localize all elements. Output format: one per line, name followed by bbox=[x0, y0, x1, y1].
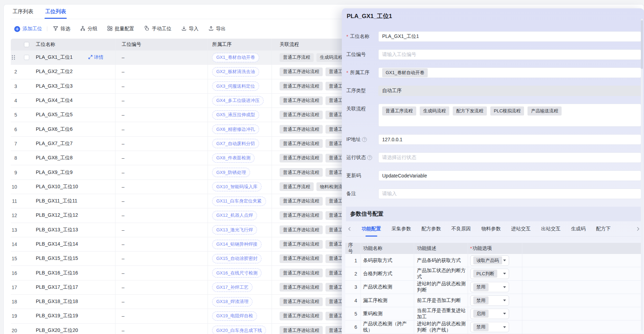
col-header-process: 所属工序 bbox=[208, 39, 272, 50]
station-code: – bbox=[122, 141, 124, 146]
process-tag[interactable]: GX7_自动废料分切 bbox=[212, 139, 259, 148]
func-option-select[interactable]: 禁用 bbox=[470, 322, 509, 332]
group-button[interactable]: 分组 bbox=[80, 26, 97, 32]
required-star: * bbox=[346, 34, 348, 39]
drawer-tab-4[interactable]: 物料参数 bbox=[481, 221, 501, 236]
field-input[interactable]: PLA_GX1_工位1 bbox=[378, 31, 641, 42]
export-icon bbox=[208, 26, 214, 32]
process-tag[interactable]: GX13_激光飞行焊 bbox=[212, 225, 257, 234]
field-input[interactable]: 请输入 bbox=[378, 189, 641, 199]
row-index: 10 bbox=[11, 184, 17, 190]
field-input[interactable]: 127.0.0.1 bbox=[378, 134, 641, 145]
flow-tag: 普通工序进站流程 bbox=[280, 67, 323, 76]
field-value: 自动工序 bbox=[382, 88, 402, 94]
function-row: 2 合格判断方式 产品加工状态的判断方式 PLC判断 bbox=[345, 267, 641, 280]
group-label: 分组 bbox=[88, 26, 97, 32]
add-station-button[interactable]: 添加工位 bbox=[14, 26, 42, 32]
process-tag[interactable]: GX19_电阻焊自检 bbox=[212, 311, 257, 321]
drawer-tab-2[interactable]: 配方参数 bbox=[421, 221, 441, 236]
manual-station-button[interactable]: 手动工位 bbox=[144, 25, 171, 32]
drawer-tab-0[interactable]: 功能配置 bbox=[362, 221, 381, 236]
form-row: * 工位编号 请输入工位编号 bbox=[346, 49, 641, 60]
import-icon bbox=[181, 26, 187, 32]
caret-down-icon bbox=[503, 300, 506, 301]
process-tag[interactable]: GX15_自动涂胶密封 bbox=[212, 254, 261, 263]
export-button[interactable]: 导出 bbox=[208, 26, 226, 32]
drawer-tab-1[interactable]: 采集参数 bbox=[392, 221, 411, 236]
func-option-select[interactable]: 禁用 bbox=[470, 295, 509, 306]
station-code: – bbox=[122, 127, 124, 132]
process-tag[interactable]: GX20_白车身总成下线 bbox=[212, 326, 266, 334]
form-row: * 工序类型 自动工序 bbox=[346, 86, 641, 96]
func-option-select[interactable]: 启用 bbox=[470, 309, 509, 319]
import-button[interactable]: 导入 bbox=[181, 26, 199, 32]
func-option-select[interactable]: 禁用 bbox=[470, 282, 509, 292]
field-input[interactable]: GX1_卷材自动开卷 bbox=[378, 67, 641, 78]
tabs-scroll-right-icon[interactable] bbox=[636, 227, 640, 231]
drawer-tab-3[interactable]: 不良原因 bbox=[451, 221, 471, 236]
station-name: PLB_GX14_工位14 bbox=[36, 241, 78, 247]
main-tab-0[interactable]: 工序列表 bbox=[13, 5, 33, 19]
section-title: 参数信号配置 bbox=[350, 210, 384, 218]
filter-button[interactable]: 筛选 bbox=[53, 26, 70, 32]
func-name: 重码检测 bbox=[361, 307, 414, 320]
function-row: 4 漏工序检测 前工序是否加工判断 禁用 bbox=[345, 294, 641, 307]
station-name: PLB_GX20_工位20 bbox=[36, 327, 78, 334]
selected-tag: 生成码流程 bbox=[420, 106, 449, 116]
process-tag[interactable]: GX5_液压拉伸成型 bbox=[212, 110, 259, 120]
row-checkbox[interactable] bbox=[24, 55, 29, 60]
field-value: UpdateCodeVariable bbox=[382, 173, 427, 178]
drag-handle-icon[interactable] bbox=[12, 55, 15, 60]
row-index: 18 bbox=[11, 299, 17, 304]
process-tag[interactable]: GX4_多工位级进冲压 bbox=[212, 96, 264, 105]
process-tag[interactable]: GX6_精密修边冲孔 bbox=[212, 125, 259, 134]
process-tag[interactable]: GX1_卷材自动开卷 bbox=[212, 53, 259, 62]
field-input[interactable]: UpdateCodeVariable bbox=[378, 170, 641, 181]
process-tag[interactable]: GX18_焊渣清理 bbox=[212, 297, 252, 307]
field-input[interactable]: 请选择运行状态 bbox=[378, 152, 641, 163]
row-index: 16 bbox=[11, 270, 17, 276]
drawer-tab-6[interactable]: 出站交互 bbox=[541, 221, 561, 236]
function-row: 5 重码检测 当前工序是否重复进站加工 启用 bbox=[345, 307, 641, 320]
drawer-tab-8[interactable]: 配方下 bbox=[596, 221, 611, 236]
main-tab-1[interactable]: 工位列表 bbox=[45, 5, 66, 19]
select-all-checkbox[interactable] bbox=[24, 42, 29, 47]
detail-link[interactable]: 详情 bbox=[88, 54, 103, 61]
process-tag[interactable]: GX8_件表面检测 bbox=[212, 153, 255, 163]
drawer-form: * 工位名称 PLA_GX1_工位1 * 工位编号 请输入工位编号 * 所属工序… bbox=[346, 31, 641, 199]
process-tag[interactable]: GX3_伺服送料定位 bbox=[212, 81, 259, 91]
flow-tag: 普通工序进站流程 bbox=[280, 197, 323, 206]
process-tag[interactable]: GX9_防锈处理 bbox=[212, 168, 250, 177]
process-tag[interactable]: GX2_板材清洗去油 bbox=[212, 67, 259, 77]
field-input[interactable]: 普通工序流程生成码流程配方下发流程PLC模拟流程产品输送流程 bbox=[378, 104, 641, 127]
process-tag[interactable]: GX16_在线尺寸检测 bbox=[212, 268, 261, 278]
func-name: 条码获取方式 bbox=[361, 254, 414, 267]
process-tag[interactable]: GX14_铝钢异种焊接 bbox=[212, 240, 261, 249]
col-header-code: 工位编号 bbox=[115, 39, 208, 50]
field-input[interactable]: 请输入工位编号 bbox=[378, 49, 641, 60]
form-row: * 所属工序 GX1_卷材自动开卷 bbox=[346, 67, 641, 78]
field-placeholder: 请输入 bbox=[382, 191, 397, 197]
drawer-tab-5[interactable]: 进站交互 bbox=[511, 221, 531, 236]
station-name: PLA_GX9_工位9 bbox=[36, 169, 73, 176]
process-tag[interactable]: GX17_补焊工艺 bbox=[212, 283, 252, 292]
process-tag[interactable]: GX11_白车身定位夹紧 bbox=[212, 197, 266, 206]
function-row: 6 产品状态检测（跨产线） 进站时的产品状态检测判断（跨产线） 禁用 bbox=[345, 320, 641, 334]
func-option-select[interactable]: PLC判断 bbox=[470, 269, 509, 279]
filter-icon bbox=[53, 26, 58, 32]
station-code: – bbox=[122, 69, 124, 74]
process-tag[interactable]: GX10_智能码垛入库 bbox=[212, 182, 261, 191]
field-input[interactable]: 自动工序 bbox=[378, 86, 641, 96]
drawer-tab-7[interactable]: 生成码 bbox=[571, 221, 586, 236]
drawer-scrollbar-thumb[interactable] bbox=[641, 20, 643, 69]
drawer-scrollbar[interactable] bbox=[641, 19, 643, 331]
page: 工序列表工位列表 添加工位 筛选 bbox=[0, 0, 644, 334]
drawer-title: PLA_GX1_工位1 bbox=[346, 12, 641, 21]
process-tag[interactable]: GX12_机器人点焊 bbox=[212, 211, 257, 220]
hand-cursor-icon bbox=[144, 25, 150, 32]
field-label: 关联流程 bbox=[346, 106, 366, 112]
func-option-select[interactable]: 读取产品码 bbox=[470, 255, 509, 266]
batch-config-button[interactable]: 批量配置 bbox=[107, 26, 134, 32]
tabs-scroll-left-icon[interactable] bbox=[348, 227, 351, 231]
col-header-name: 工位名称 bbox=[30, 39, 115, 50]
